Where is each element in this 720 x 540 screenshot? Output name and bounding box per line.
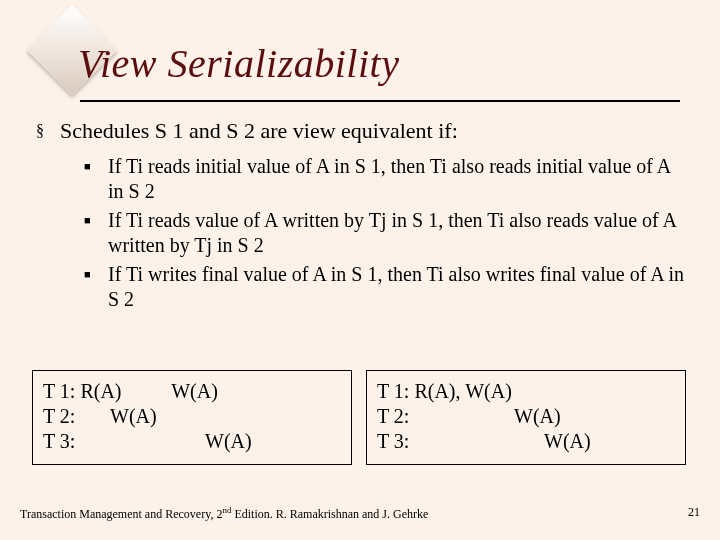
schedule-row: T 1: R(A) W(A) — [43, 379, 341, 404]
schedule-box-s1: T 1: R(A) W(A) T 2: W(A) T 3: W(A) — [32, 370, 352, 465]
sub-bullet: ■ If Ti reads initial value of A in S 1,… — [84, 154, 686, 204]
sub-bullet-text: If Ti writes final value of A in S 1, th… — [108, 262, 686, 312]
schedule-row: T 1: R(A), W(A) — [377, 379, 675, 404]
schedule-row: T 3: W(A) — [43, 429, 341, 454]
sub-bullet: ■ If Ti reads value of A written by Tj i… — [84, 208, 686, 258]
footer-text-b: Edition. R. Ramakrishnan and J. Gehrke — [231, 507, 428, 521]
slide-footer: Transaction Management and Recovery, 2nd… — [20, 505, 700, 522]
schedule-row: T 3: W(A) — [377, 429, 675, 454]
square-bullet-icon: ■ — [84, 154, 108, 204]
title-underline — [80, 100, 680, 102]
sub-bullet: ■ If Ti writes final value of A in S 1, … — [84, 262, 686, 312]
schedule-row: T 2: W(A) — [43, 404, 341, 429]
square-bullet-icon: ■ — [84, 262, 108, 312]
slide-body: § Schedules S 1 and S 2 are view equival… — [36, 118, 686, 316]
square-bullet-icon: ■ — [84, 208, 108, 258]
schedule-row: T 2: W(A) — [377, 404, 675, 429]
footer-text-a: Transaction Management and Recovery, 2 — [20, 507, 222, 521]
main-bullet: § Schedules S 1 and S 2 are view equival… — [36, 118, 686, 144]
schedule-box-s2: T 1: R(A), W(A) T 2: W(A) T 3: W(A) — [366, 370, 686, 465]
sub-bullet-text: If Ti reads initial value of A in S 1, t… — [108, 154, 686, 204]
schedule-boxes: T 1: R(A) W(A) T 2: W(A) T 3: W(A) T 1: … — [32, 370, 686, 465]
page-number: 21 — [688, 505, 700, 522]
sub-bullet-list: ■ If Ti reads initial value of A in S 1,… — [84, 154, 686, 312]
slide-title: View Serializability — [78, 40, 399, 87]
main-bullet-text: Schedules S 1 and S 2 are view equivalen… — [60, 118, 458, 144]
section-bullet-icon: § — [36, 118, 60, 144]
sub-bullet-text: If Ti reads value of A written by Tj in … — [108, 208, 686, 258]
footer-citation: Transaction Management and Recovery, 2nd… — [20, 505, 428, 522]
